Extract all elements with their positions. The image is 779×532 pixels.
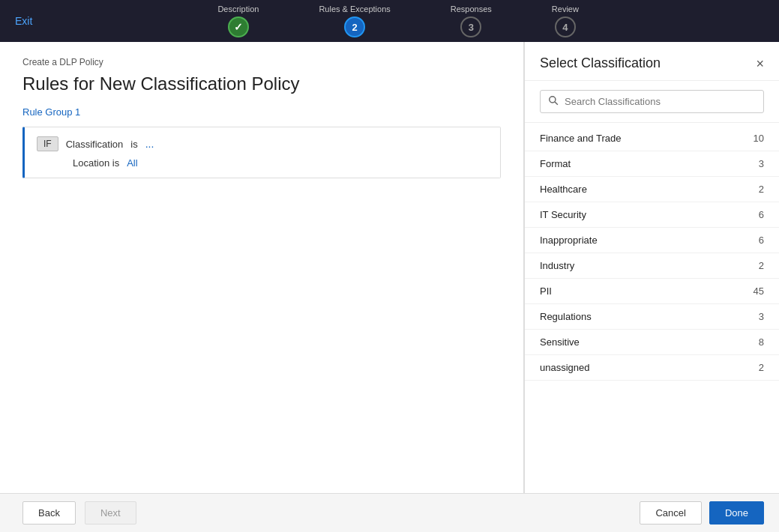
classification-count: 2 [759, 362, 764, 373]
back-button[interactable]: Back [22, 501, 76, 525]
list-item[interactable]: unassigned 2 [525, 355, 779, 381]
classification-name: Sensitive [540, 336, 580, 348]
step-description: Description ✓ [217, 4, 259, 37]
step-rules-number: 2 [352, 22, 357, 33]
classification-name: Industry [540, 260, 574, 271]
search-input[interactable] [565, 96, 756, 107]
list-item[interactable]: Healthcare 2 [525, 177, 779, 202]
page-title: Rules for New Classification Policy [22, 73, 501, 94]
classification-name: PII [540, 285, 552, 297]
if-badge: IF [37, 136, 58, 151]
classification-name: Format [540, 158, 571, 169]
classification-name: Healthcare [540, 184, 587, 195]
footer-left: Back Next [0, 493, 524, 532]
classification-count: 3 [759, 311, 764, 322]
classification-count: 8 [759, 336, 764, 348]
list-item[interactable]: Inappropriate 6 [525, 228, 779, 253]
footer: Back Next Cancel Done [0, 493, 779, 532]
search-box [540, 90, 764, 113]
list-item[interactable]: IT Security 6 [525, 202, 779, 228]
step-responses-circle: 3 [460, 16, 481, 37]
search-icon [548, 95, 559, 108]
right-panel-title: Select Classification [540, 55, 661, 71]
steps-wizard: Description ✓ Rules & Exceptions 2 Respo… [217, 4, 579, 37]
list-item[interactable]: Sensitive 8 [525, 330, 779, 355]
step-responses: Responses 3 [451, 4, 492, 37]
classification-name: IT Security [540, 209, 586, 220]
list-item[interactable]: Finance and Trade 10 [525, 126, 779, 151]
step-description-label: Description [217, 4, 259, 13]
step-review: Review 4 [552, 4, 579, 37]
rule-box: IF Classification is ... Location is All [22, 127, 501, 178]
rule-group-label[interactable]: Rule Group 1 [22, 106, 501, 118]
step-description-circle: ✓ [228, 16, 249, 37]
step-review-circle: 4 [555, 16, 576, 37]
classification-count: 2 [759, 184, 764, 195]
main-content: Create a DLP Policy Rules for New Classi… [0, 42, 779, 493]
classification-name: unassigned [540, 362, 590, 373]
classifications-list: Finance and Trade 10 Format 3 Healthcare… [525, 123, 779, 493]
exit-link[interactable]: Exit [15, 15, 32, 27]
classification-name: Regulations [540, 311, 592, 322]
left-panel: Create a DLP Policy Rules for New Classi… [0, 42, 524, 493]
location-text: Location is [73, 157, 119, 169]
checkmark-icon: ✓ [234, 21, 243, 33]
classification-count: 6 [759, 209, 764, 220]
right-panel: Select Classification × Finance and Trad… [524, 42, 779, 493]
step-rules-label: Rules & Exceptions [319, 4, 390, 13]
step-review-number: 4 [562, 22, 568, 33]
right-panel-header: Select Classification × [525, 42, 779, 81]
svg-point-0 [550, 97, 556, 103]
done-button[interactable]: Done [709, 501, 764, 525]
list-item[interactable]: Format 3 [525, 151, 779, 177]
breadcrumb: Create a DLP Policy [22, 57, 501, 67]
classification-count: 10 [754, 133, 764, 144]
classification-name: Finance and Trade [540, 133, 621, 144]
classification-count: 2 [759, 260, 764, 271]
svg-line-1 [555, 102, 558, 105]
list-item[interactable]: PII 45 [525, 279, 779, 304]
cancel-button[interactable]: Cancel [640, 501, 701, 525]
classification-name: Inappropriate [540, 235, 598, 246]
classification-text: Classification [66, 139, 124, 150]
step-rules-circle: 2 [344, 16, 365, 37]
step-review-label: Review [552, 4, 579, 13]
rule-row-location: Location is All [37, 157, 488, 169]
step-responses-label: Responses [451, 4, 492, 13]
classification-count: 6 [759, 235, 764, 246]
footer-right: Cancel Done [524, 493, 779, 532]
list-item[interactable]: Industry 2 [525, 253, 779, 279]
classification-count: 3 [759, 158, 764, 169]
step-rules: Rules & Exceptions 2 [319, 4, 390, 37]
step-responses-number: 3 [469, 22, 474, 33]
location-value[interactable]: All [127, 157, 137, 169]
search-container [525, 81, 779, 123]
rule-row-classification: IF Classification is ... [37, 136, 488, 151]
classification-count: 45 [754, 285, 764, 297]
is-text: is [130, 139, 137, 150]
classification-dots[interactable]: ... [145, 138, 154, 150]
close-button[interactable]: × [756, 57, 764, 70]
list-item[interactable]: Regulations 3 [525, 304, 779, 330]
top-navigation-bar: Exit Description ✓ Rules & Exceptions 2 … [0, 0, 779, 42]
next-button: Next [85, 501, 136, 525]
